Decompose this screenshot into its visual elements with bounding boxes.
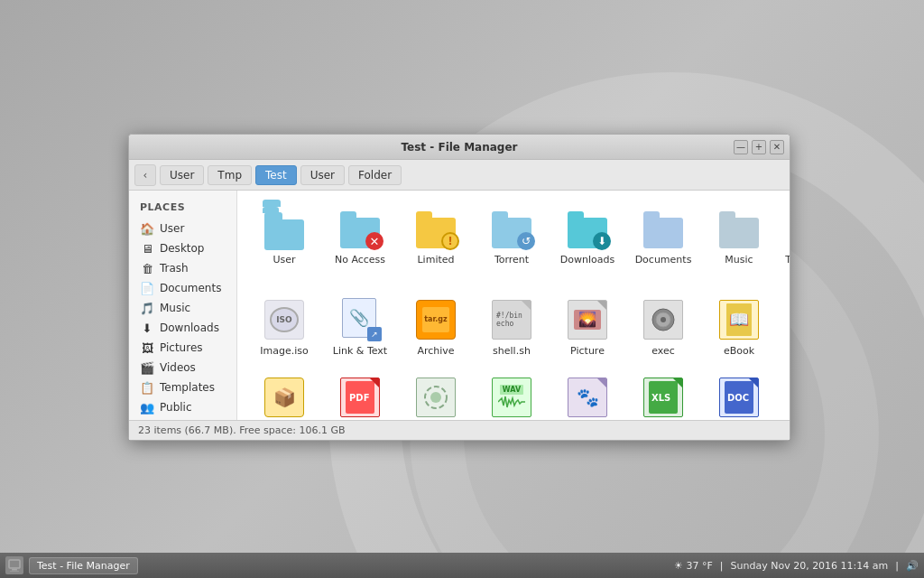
sidebar-label-trash: Trash (160, 262, 189, 275)
file-item-doc[interactable]: DOC Doc.doc (703, 370, 775, 420)
sidebar-item-templates[interactable]: 📋 Templates (129, 378, 236, 397)
file-item-downloads[interactable]: ⬇ Downloads (551, 201, 624, 285)
file-label-trash-backup: Trash.backup~ (782, 254, 790, 280)
file-item-link-text[interactable]: 📎 ↗ Link & Text (324, 293, 396, 363)
file-item-audio[interactable]: WAV Audio.wav (476, 370, 548, 420)
breadcrumb-tmp[interactable]: Tmp (208, 165, 252, 185)
minimize-button[interactable]: — (734, 140, 748, 154)
file-area: User ✕ No Access (237, 191, 790, 420)
file-label-downloads: Downloads (560, 254, 614, 266)
folder-documents-icon (642, 207, 685, 250)
sidebar-label-music: Music (160, 302, 190, 314)
sidebar-item-documents[interactable]: 📄 Documents (129, 278, 236, 298)
taskbar-separator2: | (895, 560, 899, 572)
file-item-limited[interactable]: ! Limited (400, 201, 472, 285)
folder-limited-icon: ! (414, 207, 457, 250)
sidebar-item-pictures[interactable]: 🖼 Pictures (129, 338, 236, 358)
svg-text:PDF: PDF (349, 393, 369, 403)
file-item-trash-backup[interactable]: 🗑 Trash.backup~ (779, 201, 790, 285)
file-label-picture: Picture (570, 345, 605, 358)
file-item-video[interactable]: mkv Video (779, 293, 790, 363)
trash-icon: 🗑 (140, 261, 154, 275)
file-item-user[interactable]: User (248, 201, 320, 285)
file-item-exec[interactable]: exec (627, 293, 699, 363)
folder-music-icon (717, 207, 761, 250)
picture-icon: 🌄 (566, 298, 609, 341)
sidebar: PLACES 🏠 User 🖥 Desktop 🗑 Trash 📄 Docume… (129, 191, 237, 420)
sidebar-label-downloads: Downloads (160, 322, 219, 334)
file-label-limited: Limited (417, 254, 454, 266)
folder-downloads-icon: ⬇ (566, 207, 609, 250)
statusbar-text: 23 items (66.7 MB). Free space: 106.1 GB (138, 424, 346, 436)
file-item-archive-generic[interactable]: 📦 Archive Generic (248, 370, 320, 420)
archive-generic-icon: 📦 (263, 376, 306, 419)
file-item-ebook[interactable]: 📖 eBook (703, 293, 775, 363)
taskbar-left: Test - File Manager (5, 556, 138, 574)
file-item-no-access[interactable]: ✕ No Access (324, 201, 396, 285)
sidebar-item-desktop[interactable]: 🖥 Desktop (129, 238, 236, 258)
archive-icon: tar.gz (414, 298, 457, 341)
volume-icon[interactable]: 🔊 (906, 560, 919, 572)
audio-icon: WAV (490, 376, 533, 419)
iso-icon: ISO (263, 298, 306, 341)
videos-icon: 🎬 (140, 360, 154, 375)
file-item-documents[interactable]: Documents (627, 201, 699, 285)
taskbar: Test - File Manager ☀ 37 °F | Sunday Nov… (0, 553, 924, 578)
file-label-ebook: eBook (724, 345, 754, 358)
file-item-image-iso[interactable]: ISO Image.iso (248, 293, 320, 363)
file-label-exec: exec (651, 345, 675, 358)
sidebar-item-downloads[interactable]: ⬇ Downloads (129, 318, 236, 338)
public-icon: 👥 (140, 400, 154, 415)
music-icon: 🎵 (140, 301, 154, 315)
sidebar-label-videos: Videos (160, 361, 196, 374)
file-item-picture[interactable]: 🌄 Picture (551, 293, 624, 363)
file-manager-window: Test - File Manager — + ✕ ‹ User Tmp Tes… (128, 134, 790, 441)
sidebar-label-templates: Templates (160, 381, 215, 394)
exec-icon (642, 298, 685, 341)
loading-icon (414, 376, 457, 419)
statusbar: 23 items (66.7 MB). Free space: 106.1 GB (129, 420, 790, 440)
file-label-user: User (273, 254, 295, 266)
sidebar-item-videos[interactable]: 🎬 Videos (129, 358, 236, 378)
file-grid: User ✕ No Access (248, 201, 779, 420)
close-button[interactable]: ✕ (770, 140, 784, 154)
svg-rect-13 (9, 560, 20, 568)
file-item-music[interactable]: Music (703, 201, 775, 285)
back-button[interactable]: ‹ (134, 164, 156, 186)
sidebar-item-user[interactable]: 🏠 User (129, 219, 236, 238)
window-controls: — + ✕ (734, 140, 784, 154)
home-icon: 🏠 (140, 221, 154, 236)
sidebar-heading: PLACES (129, 198, 236, 219)
sidebar-item-music[interactable]: 🎵 Music (129, 298, 236, 318)
file-item-archive[interactable]: tar.gz Archive (400, 293, 472, 363)
breadcrumb-user2[interactable]: User (300, 165, 345, 185)
toolbar: ‹ User Tmp Test User Folder (129, 160, 790, 191)
file-item-xcf[interactable]: 🐾 xcf.xcf (551, 370, 624, 420)
breadcrumb-user[interactable]: User (160, 165, 204, 185)
breadcrumb-test[interactable]: Test (255, 165, 297, 185)
sidebar-item-trash[interactable]: 🗑 Trash (129, 258, 236, 278)
file-item-pdf[interactable]: PDF PDF (324, 370, 396, 420)
file-item-spreadsheet[interactable]: XLS Spread.xls (627, 370, 699, 420)
titlebar: Test - File Manager — + ✕ (129, 135, 790, 160)
folder-user-icon (263, 207, 306, 250)
taskbar-separator: | (720, 560, 724, 572)
templates-icon: 📋 (140, 380, 154, 395)
file-item-torrent[interactable]: ↺ Torrent (476, 201, 548, 285)
file-label-documents: Documents (635, 254, 692, 266)
downloads-icon: ⬇ (140, 321, 154, 335)
breadcrumb-folder[interactable]: Folder (348, 165, 402, 185)
sidebar-label-desktop: Desktop (160, 242, 205, 255)
file-item-slides[interactable]: PPS Slides.pps (779, 370, 790, 420)
doc-icon: DOC (717, 376, 761, 419)
taskbar-app-button[interactable]: Test - File Manager (29, 557, 138, 574)
file-item-loading[interactable]: Loading (400, 370, 472, 420)
maximize-button[interactable]: + (752, 140, 766, 154)
content-area: PLACES 🏠 User 🖥 Desktop 🗑 Trash 📄 Docume… (129, 191, 790, 420)
shell-icon: #!/bin echo (490, 298, 533, 341)
sidebar-item-public[interactable]: 👥 Public (129, 397, 236, 417)
ebook-icon: 📖 (717, 298, 761, 341)
taskbar-app-icon (5, 556, 23, 574)
file-label-archive: Archive (417, 345, 454, 358)
file-item-shell[interactable]: #!/bin echo shell.sh (476, 293, 548, 363)
